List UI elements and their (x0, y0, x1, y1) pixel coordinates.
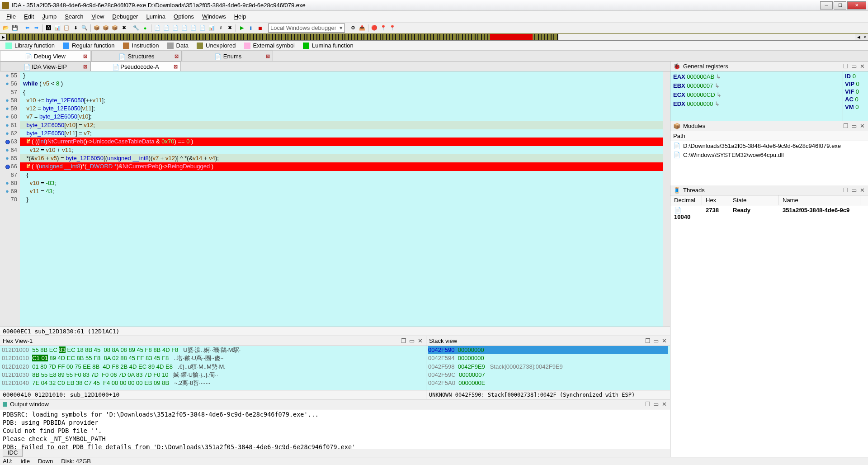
nav-overview[interactable]: ▶ ◀ ▾ (0, 33, 868, 41)
hex-body[interactable]: 012D1000 55 8B EC 83 EC 18 8B 45 08 8A 0… (0, 346, 426, 390)
panel-max-icon[interactable]: ▭ (851, 187, 857, 194)
output-body[interactable]: PDBSRC: loading symbols for 'D:\Download… (0, 409, 670, 449)
tool-icon[interactable]: 📄 (153, 24, 161, 32)
pause-icon[interactable]: ⏸ (247, 24, 255, 32)
maximize-button[interactable]: ☐ (834, 1, 846, 9)
modules-col-path[interactable]: Path (670, 131, 868, 141)
tool-icon[interactable]: 📥 (358, 24, 366, 32)
panel-close-icon[interactable]: ✕ (661, 401, 667, 408)
menu-lumina[interactable]: Lumina (142, 12, 169, 21)
tool-icon[interactable]: 🅰 (44, 24, 52, 32)
tool-icon[interactable]: 📦 (102, 24, 110, 32)
close-button[interactable]: ✕ (847, 1, 866, 9)
tool-icon[interactable]: ⬇ (71, 24, 80, 32)
panel-undock-icon[interactable]: ❐ (843, 187, 849, 194)
tool-icon[interactable]: 📄 (171, 24, 179, 32)
menu-file[interactable]: File (3, 12, 19, 21)
tool-icon[interactable]: 🔧 (132, 24, 140, 32)
menu-search[interactable]: Search (61, 12, 87, 21)
panel-undock-icon[interactable]: ❐ (401, 338, 407, 344)
tool-icon[interactable]: 📊 (53, 24, 61, 32)
threads-panel[interactable]: DecimalHexStateName 📄 100402738Ready351a… (670, 195, 868, 457)
tool-icon[interactable]: 📦 (111, 24, 119, 32)
panel-max-icon[interactable]: ▭ (653, 401, 659, 408)
tab-enums[interactable]: 📄Enums⊠ (183, 51, 273, 61)
panel-undock-icon[interactable]: ❐ (645, 401, 651, 408)
scrollbar-v[interactable] (663, 71, 670, 327)
subtab-pseudocode-a[interactable]: 📄Pseudocode-A⊠ (90, 62, 181, 71)
thread-col[interactable]: State (729, 195, 779, 205)
panel-undock-icon[interactable]: ❐ (645, 338, 651, 344)
panel-close-icon[interactable]: ✕ (661, 338, 667, 344)
modules-panel[interactable]: Path 📄D:\Downloads\351a2f05-3848-4de6-9c… (670, 131, 868, 185)
open-icon[interactable]: 📂 (2, 24, 10, 32)
thread-col[interactable]: Name (779, 195, 860, 205)
menu-edit[interactable]: Edit (20, 12, 38, 21)
panel-undock-icon[interactable]: ❐ (843, 63, 849, 70)
panel-max-icon[interactable]: ▭ (409, 338, 415, 344)
panel-max-icon[interactable]: ▭ (653, 338, 659, 344)
tool-icon[interactable]: 📍 (379, 24, 387, 32)
pseudocode-view[interactable]: ● 55● 56 57● 58● 59● 60● 61● 6263● 64● 6… (0, 71, 670, 327)
tab-close-icon[interactable]: ⊠ (83, 64, 87, 70)
tab-close-icon[interactable]: ⊠ (175, 53, 179, 59)
menu-jump[interactable]: Jump (38, 12, 60, 21)
registers-panel[interactable]: EAX 000000AB ↳EBX 00000007 ↳ECX 000000CD… (670, 71, 868, 121)
tool-icon[interactable]: ✖ (120, 24, 128, 32)
menu-debugger[interactable]: Debugger (108, 12, 142, 21)
run-icon[interactable]: ▶ (238, 24, 246, 32)
module-row[interactable]: 📄C:\Windows\SYSTEM32\wow64cpu.dll (670, 150, 868, 159)
stop-icon[interactable]: ⏹ (256, 24, 264, 32)
tool-icon[interactable]: 📄 (162, 24, 170, 32)
minimize-button[interactable]: ─ (820, 1, 833, 9)
tab-debug-view[interactable]: 📄Debug View⊠ (0, 51, 90, 61)
panel-close-icon[interactable]: ✕ (859, 187, 865, 194)
tool-icon[interactable]: ♯ (217, 24, 225, 32)
legend-item: External symbol (244, 42, 295, 49)
tool-icon[interactable]: 📋 (62, 24, 71, 32)
thread-row[interactable]: 📄 100402738Ready351a2f05-3848-4de6-9c9 (670, 205, 868, 222)
thread-col[interactable]: Decimal (670, 195, 702, 205)
panel-max-icon[interactable]: ▭ (851, 123, 857, 129)
tab-close-icon[interactable]: ⊠ (174, 64, 178, 70)
fwd-icon[interactable]: ➡ (32, 24, 40, 32)
nav-left-icon[interactable]: ▶ (0, 34, 6, 40)
tab-close-icon[interactable]: ⊠ (266, 53, 270, 59)
tool-icon[interactable]: ✖ (226, 24, 234, 32)
debugger-combo[interactable]: Local Windows debugger▾ (268, 24, 345, 33)
menu-view[interactable]: View (88, 12, 108, 21)
tool-icon[interactable]: 📄 (180, 24, 189, 32)
panel-close-icon[interactable]: ✕ (859, 123, 865, 129)
idc-button[interactable]: IDC (3, 449, 23, 457)
tool-icon[interactable]: 🔍 (80, 24, 89, 32)
tab-structures[interactable]: 📄Structures⊠ (91, 51, 182, 61)
tool-icon[interactable]: 📄 (189, 24, 198, 32)
stack-status: UNKNOWN 0042F590: Stack[00002738]:0042F … (426, 390, 670, 399)
tool-icon[interactable]: 📊 (208, 24, 216, 32)
stack-body[interactable]: 0042F590 000000000042F594 000000000042F5… (426, 346, 670, 390)
menu-windows[interactable]: Windows (198, 12, 230, 21)
module-row[interactable]: 📄D:\Downloads\351a2f05-3848-4de6-9c9d-6e… (670, 141, 868, 150)
tool-icon[interactable]: ● (141, 24, 149, 32)
tool-icon[interactable]: 📍 (388, 24, 396, 32)
panel-undock-icon[interactable]: ❐ (843, 123, 849, 129)
nav-right-icon[interactable]: ◀ (855, 34, 862, 40)
tab-close-icon[interactable]: ⊠ (83, 53, 87, 59)
panel-close-icon[interactable]: ✕ (859, 63, 865, 70)
thread-col[interactable]: Hex (702, 195, 729, 205)
tool-icon[interactable]: 🔴 (370, 24, 378, 32)
hex-view-title: Hex View-1 (3, 337, 398, 344)
panel-close-icon[interactable]: ✕ (417, 338, 423, 344)
tool-icon[interactable]: ⚙ (349, 24, 357, 32)
menu-options[interactable]: Options (170, 12, 198, 21)
back-icon[interactable]: ⬅ (23, 24, 31, 32)
tool-icon[interactable]: 📄 (198, 24, 207, 32)
panel-max-icon[interactable]: ▭ (851, 63, 857, 70)
tool-icon[interactable]: 📦 (93, 24, 101, 32)
nav-menu-icon[interactable]: ▾ (862, 34, 868, 40)
stack-view-panel: Stack view ❐▭✕ 0042F590 000000000042F594… (426, 336, 670, 399)
save-icon[interactable]: 💾 (11, 24, 19, 32)
subtab-ida-view-eip[interactable]: 📄IDA View-EIP⊠ (0, 62, 90, 71)
view-tabs: 📄IDA View-EIP⊠📄Pseudocode-A⊠ (0, 62, 670, 71)
menu-help[interactable]: Help (231, 12, 250, 21)
